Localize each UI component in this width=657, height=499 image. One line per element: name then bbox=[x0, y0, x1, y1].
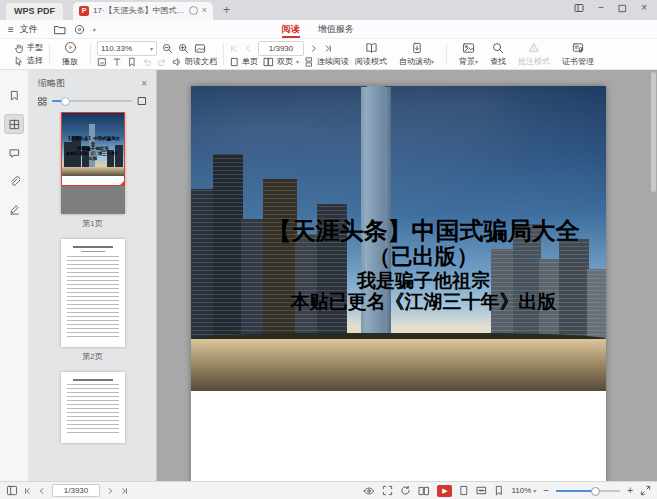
auto-scroll-button[interactable]: 自动滚动▾ bbox=[393, 40, 440, 68]
auto-scroll-icon bbox=[411, 42, 423, 54]
sidebar-item-attachments[interactable] bbox=[5, 172, 23, 190]
toolbar-page-input[interactable] bbox=[258, 41, 304, 56]
certificate-icon bbox=[572, 42, 584, 54]
sidebar-item-bookmarks[interactable] bbox=[5, 86, 23, 104]
tab-close-icon[interactable]: × bbox=[202, 7, 207, 14]
annotation-pen-icon bbox=[528, 42, 540, 54]
comment-icon bbox=[9, 148, 20, 159]
thumbnail-panel-close-icon[interactable]: × bbox=[141, 78, 147, 89]
zoom-out-icon[interactable] bbox=[162, 43, 173, 54]
statusbar-zoom-level[interactable]: 110% ▾ bbox=[511, 486, 536, 495]
small-grid-icon[interactable] bbox=[38, 97, 47, 106]
pdf-page-1[interactable]: 【天涯头条】中国式骗局大全 （已出版） 我是骗子他祖宗 本贴已更名《江湖三十年》… bbox=[191, 86, 606, 481]
first-page-icon[interactable] bbox=[230, 44, 239, 53]
play-slideshow-button[interactable]: 播放 bbox=[56, 40, 84, 68]
facing-pages-button[interactable]: 双页 ▾ bbox=[263, 56, 299, 67]
read-mode-label: 阅读模式 bbox=[355, 56, 387, 67]
minimize-button[interactable]: − bbox=[598, 3, 604, 13]
statusbar-play-button[interactable]: ▶ bbox=[437, 485, 452, 497]
continuous-label: 连续阅读 bbox=[317, 56, 349, 67]
read-aloud-button[interactable]: 朗读文档 bbox=[172, 56, 217, 67]
eye-protect-icon[interactable] bbox=[363, 486, 375, 496]
bookmark-view-icon[interactable] bbox=[494, 485, 504, 496]
bookmark-flag-icon[interactable] bbox=[127, 57, 137, 67]
hand-icon bbox=[14, 43, 24, 53]
file-menu[interactable]: 文件 bbox=[20, 23, 38, 36]
statusbar-page-input[interactable] bbox=[52, 484, 100, 497]
prev-page-icon[interactable] bbox=[244, 44, 253, 53]
mock-title-line bbox=[73, 379, 113, 381]
cursor-icon bbox=[14, 56, 24, 66]
large-grid-icon[interactable] bbox=[137, 96, 147, 106]
thumbnail-page-2-label: 第2页 bbox=[82, 351, 102, 362]
rotate-icon[interactable] bbox=[400, 485, 411, 496]
doc-title-line2: （已出版） bbox=[241, 245, 606, 270]
close-button[interactable]: × bbox=[641, 3, 647, 13]
sidebar-icon-strip bbox=[0, 70, 29, 481]
next-page-icon[interactable] bbox=[106, 487, 114, 495]
last-page-icon[interactable] bbox=[120, 487, 128, 495]
single-page-button[interactable]: 单页 bbox=[230, 56, 258, 67]
fit-window-icon[interactable] bbox=[382, 485, 393, 496]
new-tab-button[interactable]: + bbox=[223, 3, 230, 17]
thumbnail-size-slider[interactable] bbox=[52, 100, 132, 102]
mock-title-line bbox=[73, 246, 113, 248]
snapshot-icon[interactable] bbox=[194, 43, 206, 54]
zoom-in-icon[interactable] bbox=[178, 43, 189, 54]
next-page-icon[interactable] bbox=[309, 44, 318, 53]
thumbnail-size-slider-row bbox=[29, 94, 156, 112]
speaker-icon bbox=[172, 57, 182, 67]
sidebar-item-comments[interactable] bbox=[5, 144, 23, 162]
app-logo[interactable]: WPS PDF bbox=[6, 3, 63, 20]
first-page-icon[interactable] bbox=[24, 487, 32, 495]
save-icon[interactable] bbox=[74, 24, 85, 35]
redo-icon[interactable] bbox=[157, 57, 167, 67]
open-folder-icon[interactable] bbox=[54, 24, 66, 35]
tab-value-services[interactable]: 增值服务 bbox=[318, 20, 354, 38]
last-page-icon[interactable] bbox=[323, 44, 332, 53]
text-annotation-icon[interactable] bbox=[112, 57, 122, 67]
document-tab[interactable]: P 17·【天涯头条】中国式骗局 × bbox=[73, 2, 213, 20]
prev-page-icon[interactable] bbox=[38, 487, 46, 495]
document-tab-title: 17·【天涯头条】中国式骗局 bbox=[93, 5, 185, 16]
viewport-corner-handle[interactable] bbox=[119, 180, 125, 186]
read-mode-button[interactable]: 阅读模式 bbox=[349, 40, 393, 68]
slider-knob[interactable] bbox=[61, 97, 70, 106]
continuous-read-button[interactable]: 连续阅读 bbox=[304, 56, 349, 67]
vertical-scrollbar[interactable] bbox=[651, 72, 656, 192]
single-view-icon[interactable] bbox=[459, 485, 469, 496]
background-button[interactable]: 背景▾ bbox=[453, 40, 484, 68]
thumbnail-panel-header: 缩略图 × bbox=[29, 70, 156, 94]
find-button[interactable]: 查找 bbox=[484, 40, 512, 68]
layout-icon[interactable] bbox=[574, 3, 584, 13]
undo-icon[interactable] bbox=[142, 57, 152, 67]
auto-scroll-label: 自动滚动▾ bbox=[399, 56, 434, 67]
panel-toggle-icon[interactable] bbox=[6, 485, 18, 496]
tab-status-icon[interactable] bbox=[189, 6, 198, 15]
thumbnail-panel-title: 缩略图 bbox=[38, 77, 65, 90]
zoom-in-button[interactable]: + bbox=[627, 486, 633, 496]
document-canvas[interactable]: 【天涯头条】中国式骗局大全 （已出版） 我是骗子他祖宗 本贴已更名《江湖三十年》… bbox=[157, 70, 657, 481]
fullscreen-icon[interactable] bbox=[640, 485, 651, 496]
fit-width-icon[interactable] bbox=[476, 485, 487, 496]
zoom-out-button[interactable]: − bbox=[543, 486, 549, 496]
sidebar-item-thumbnails[interactable] bbox=[4, 114, 24, 134]
hamburger-icon[interactable]: ≡ bbox=[8, 24, 14, 35]
statusbar-page-nav bbox=[6, 484, 128, 497]
quickbar-caret-icon[interactable]: ▾ bbox=[93, 26, 96, 33]
statusbar-zoom-slider[interactable] bbox=[556, 490, 620, 492]
sidebar-item-signature[interactable] bbox=[5, 200, 23, 218]
certificate-manage-button[interactable]: 证书管理 bbox=[556, 40, 600, 68]
hand-tool-button[interactable]: 手型 bbox=[14, 42, 43, 53]
facing-view-icon[interactable] bbox=[418, 486, 430, 496]
zoom-combobox[interactable]: 110.33% ▾ bbox=[97, 41, 157, 56]
slider-knob[interactable] bbox=[591, 487, 600, 496]
thumbnail-page-3[interactable] bbox=[61, 372, 125, 443]
highlight-icon[interactable] bbox=[97, 57, 107, 67]
select-tool-button[interactable]: 选择 bbox=[14, 55, 43, 66]
tab-read[interactable]: 阅读 bbox=[282, 20, 300, 38]
thumbnail-page-1[interactable]: 【天涯头条】中国式骗局大全 我是骗子他祖宗 本贴已更名《江湖三十年》出版 bbox=[61, 112, 125, 214]
maximize-button[interactable] bbox=[618, 4, 627, 13]
annotation-mode-button[interactable]: 批注模式 bbox=[512, 40, 556, 68]
thumbnail-page-2[interactable] bbox=[61, 239, 125, 347]
